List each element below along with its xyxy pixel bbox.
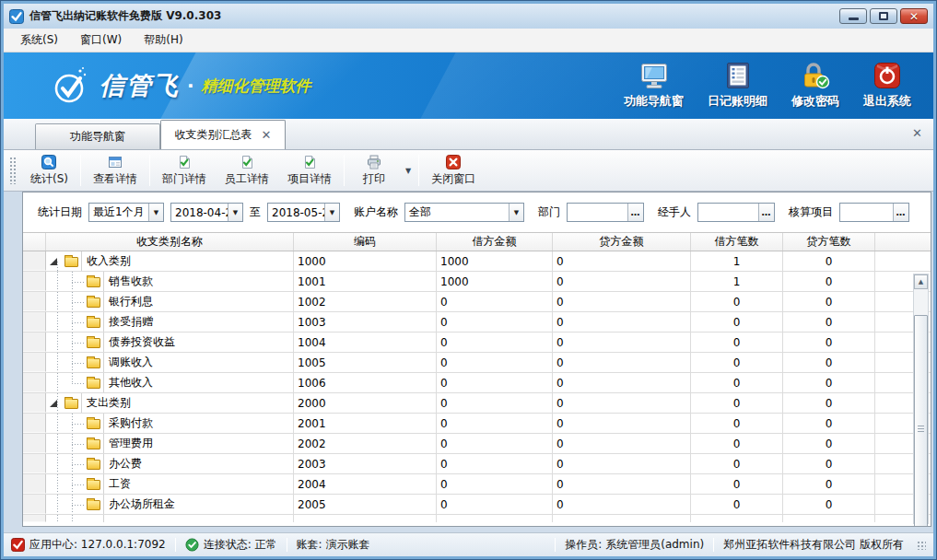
project-lookup-field[interactable]: …: [839, 203, 909, 222]
table-row[interactable]: 办公费20030000: [23, 454, 931, 474]
app-center-text: 应用中心: 127.0.0.1:7092: [29, 537, 166, 553]
view-detail-icon: [108, 155, 123, 169]
debit-count-cell: 0: [691, 292, 783, 311]
table-row[interactable]: 收入类别10001000010: [23, 251, 931, 272]
table-row[interactable]: 接受捐赠10030000: [23, 312, 931, 332]
toolbar-drag-handle[interactable]: [9, 157, 16, 184]
lock-check-icon: [801, 62, 830, 89]
date-from-picker[interactable]: 2018-04-21 ▼: [170, 203, 243, 222]
credit-count-cell: 0: [783, 414, 875, 433]
date-to-picker[interactable]: 2018-05-21 ▼: [267, 203, 340, 222]
debit-count-cell: 0: [691, 454, 783, 473]
table-row[interactable]: 采购付款20010000: [23, 414, 931, 434]
menu-window[interactable]: 窗口(W): [71, 29, 131, 51]
department-detail-button[interactable]: 部门详情: [153, 152, 216, 190]
table-row[interactable]: 工资20040000: [23, 474, 931, 495]
column-header-debit[interactable]: 借方金额: [437, 233, 553, 251]
table-row[interactable]: 办公场所租金20050000: [23, 495, 931, 515]
account-combobox[interactable]: 全部 ▼: [404, 203, 524, 222]
chevron-down-icon[interactable]: ▼: [324, 204, 339, 221]
table-row[interactable]: 银行利息10020000: [23, 292, 931, 312]
handler-lookup-field[interactable]: …: [697, 203, 775, 222]
project-detail-button[interactable]: 项目详情: [278, 152, 341, 190]
expand-triangle-icon[interactable]: [50, 258, 57, 265]
nav-window-button[interactable]: 功能导航窗: [624, 62, 684, 110]
ellipsis-icon[interactable]: …: [893, 204, 908, 221]
column-header-debit-count[interactable]: 借方笔数: [691, 233, 783, 251]
table-row[interactable]: 管理费用20020000: [23, 434, 931, 454]
exit-system-button[interactable]: 退出系统: [863, 62, 911, 110]
table-row-partial: [23, 515, 931, 522]
ellipsis-icon[interactable]: …: [627, 204, 643, 221]
credit-amount-cell: 0: [553, 312, 691, 332]
category-name: 债券投资收益: [103, 332, 293, 352]
tab-close-icon[interactable]: ✕: [262, 128, 272, 142]
employee-detail-button[interactable]: 员工详情: [216, 152, 278, 190]
row-indicator-cell: [23, 332, 46, 352]
tabstrip-close-icon[interactable]: ✕: [912, 126, 922, 140]
debit-amount-cell: 0: [437, 454, 553, 473]
close-window-button[interactable]: 关闭窗口: [422, 152, 485, 190]
category-name: [103, 515, 293, 522]
table-row[interactable]: 调账收入10050000: [23, 353, 931, 373]
print-button[interactable]: 打印: [347, 152, 401, 190]
maximize-button[interactable]: [870, 8, 897, 24]
maximize-icon: [879, 12, 888, 20]
tree-line: [72, 373, 73, 383]
date-from-value: 2018-04-21: [171, 204, 228, 221]
table-row[interactable]: 债券投资收益10040000: [23, 332, 931, 353]
expand-triangle-icon[interactable]: [50, 400, 57, 407]
scrollbar-thumb[interactable]: [914, 315, 928, 526]
chevron-down-icon[interactable]: ▼: [228, 204, 242, 221]
tab-strip: 功能导航窗 收支类别汇总表 ✕ ✕: [4, 119, 933, 150]
statistics-button[interactable]: 统计(S): [21, 152, 77, 190]
scroll-up-icon[interactable]: ▲: [914, 274, 928, 289]
toolbar-separator: [344, 155, 345, 186]
column-header-name[interactable]: 收支类别名称: [46, 233, 294, 251]
table-row[interactable]: 支出类别20000000: [23, 393, 931, 414]
debit-count-cell: 0: [691, 495, 783, 514]
debit-count-cell: 0: [691, 414, 783, 433]
minimize-button[interactable]: [839, 8, 867, 24]
journal-detail-button[interactable]: 日记账明细: [708, 62, 767, 110]
view-detail-button[interactable]: 查看详情: [84, 152, 146, 190]
row-indicator-cell: [23, 251, 46, 271]
account-filter-label: 账户名称: [354, 204, 398, 220]
chevron-down-icon[interactable]: ▼: [509, 204, 523, 221]
row-indicator-cell: [23, 454, 46, 473]
menu-help[interactable]: 帮助(H): [135, 29, 192, 51]
ellipsis-icon[interactable]: …: [758, 204, 774, 221]
tree-line: [57, 434, 58, 453]
brand-block: 信管飞 · 精细化管理软件: [52, 64, 311, 107]
credit-amount-cell: [553, 515, 691, 522]
category-name-cell: 其他收入: [46, 373, 294, 392]
column-header-credit-count[interactable]: 贷方笔数: [783, 233, 875, 251]
tab-nav-window[interactable]: 功能导航窗: [35, 123, 160, 149]
column-header-code[interactable]: 编码: [294, 233, 437, 251]
debit-amount-cell: 0: [437, 393, 553, 413]
date-filter-label: 统计日期: [38, 204, 82, 220]
change-password-button[interactable]: 修改密码: [791, 62, 839, 110]
scrollbar-track[interactable]: [914, 289, 928, 508]
table-row[interactable]: 其他收入10060000: [23, 373, 931, 393]
tab-category-summary[interactable]: 收支类别汇总表 ✕: [160, 120, 286, 149]
close-button[interactable]: ✕: [900, 8, 928, 24]
tab-nav-window-label: 功能导航窗: [70, 129, 125, 145]
code-cell: 1002: [294, 292, 437, 311]
row-indicator-cell: [23, 373, 46, 392]
chevron-down-icon[interactable]: ▼: [148, 204, 163, 221]
resize-grip[interactable]: [917, 541, 926, 550]
vertical-scrollbar[interactable]: ▲ ▼: [913, 274, 929, 524]
date-preset-combobox[interactable]: 最近1个月 ▼: [88, 203, 164, 222]
column-header-credit[interactable]: 贷方金额: [553, 233, 691, 251]
menu-system[interactable]: 系统(S): [11, 29, 67, 51]
account-value: 全部: [405, 204, 509, 221]
category-name: 接受捐赠: [103, 312, 293, 332]
tree-line: [57, 393, 58, 413]
status-bar: 应用中心: 127.0.0.1:7092 连接状态: 正常 账套: 演示账套 操…: [4, 532, 933, 556]
category-name: 调账收入: [103, 353, 293, 372]
table-row[interactable]: 销售收款10011000010: [23, 272, 931, 292]
category-name-cell: 接受捐赠: [46, 312, 294, 332]
print-dropdown-icon[interactable]: ▼: [401, 163, 416, 179]
department-lookup-field[interactable]: …: [567, 203, 644, 222]
